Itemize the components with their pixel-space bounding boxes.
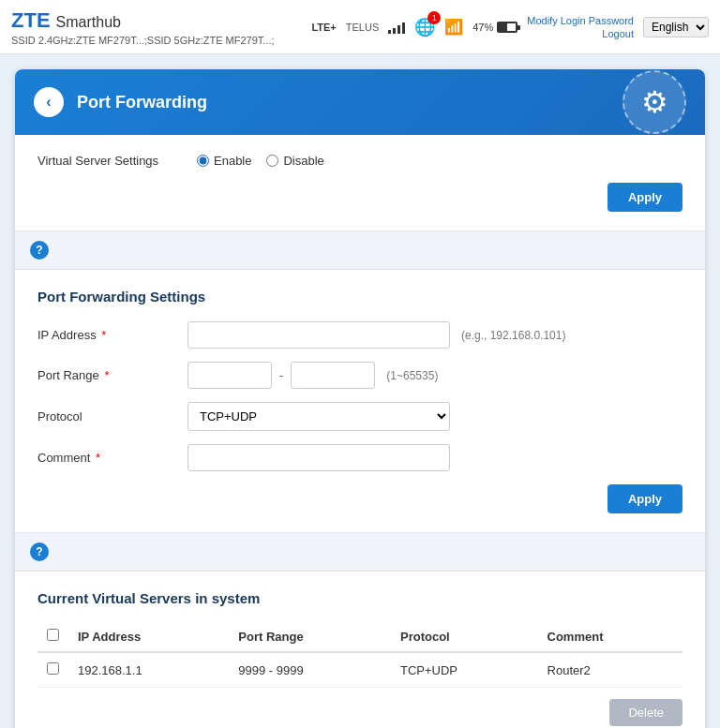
ip-label: IP Address * xyxy=(38,328,188,342)
carrier-label: TELUS xyxy=(346,22,379,33)
ip-address-row: IP Address * (e.g., 192.168.0.101) xyxy=(38,321,682,349)
language-select[interactable]: English xyxy=(643,17,709,37)
ip-required-star: * xyxy=(101,328,106,342)
wifi-icon: 📶 xyxy=(444,18,463,36)
protocol-label: Protocol xyxy=(38,409,188,423)
battery-icon xyxy=(497,22,518,33)
row-port-range: 9999 - 9999 xyxy=(229,652,391,688)
pf-settings-section: Port Forwarding Settings IP Address * (e… xyxy=(15,270,705,533)
back-button[interactable]: ‹ xyxy=(34,87,64,117)
virtual-server-row: Virtual Server Settings Enable Disable xyxy=(38,154,682,168)
ip-input[interactable] xyxy=(188,321,450,349)
col-port-range: Port Range xyxy=(229,621,391,652)
protocol-select[interactable]: TCP+UDP TCP UDP xyxy=(188,402,450,431)
port-dash: - xyxy=(279,368,283,382)
page-title: Port Forwarding xyxy=(77,93,207,112)
top-bar-right: LTE+ TELUS 🌐 1 📶 47% Modify Login Passwo… xyxy=(311,15,709,39)
table-row: 192.168.1.1 9999 - 9999 TCP+UDP Router2 xyxy=(38,652,682,688)
disable-radio[interactable] xyxy=(266,155,278,167)
help-bar-2: ? xyxy=(15,533,705,572)
select-all-checkbox[interactable] xyxy=(47,629,59,641)
disable-label: Disable xyxy=(283,154,323,168)
smarthub-label: Smarthub xyxy=(56,14,121,31)
apply-button-1[interactable]: Apply xyxy=(608,183,682,212)
row-ip-address: 192.168.1.1 xyxy=(68,652,229,688)
brand-section: ZTE Smarthub SSID 2.4GHz:ZTE MF279T...;S… xyxy=(11,8,275,46)
zte-logo: ZTE xyxy=(11,8,51,33)
page-header: ‹ Port Forwarding ⚙ xyxy=(15,69,705,135)
protocol-row: Protocol TCP+UDP TCP UDP xyxy=(38,402,682,431)
comment-row: Comment * xyxy=(38,444,682,471)
lte-badge: LTE+ xyxy=(311,22,336,33)
enable-label: Enable xyxy=(214,154,251,168)
notification-wrap: 🌐 1 xyxy=(414,17,435,37)
comment-input[interactable] xyxy=(188,444,450,471)
ip-hint: (e.g., 192.168.0.101) xyxy=(461,329,565,342)
main-content: ‹ Port Forwarding ⚙ Virtual Server Setti… xyxy=(0,54,720,728)
battery-group: 47% xyxy=(472,22,518,33)
port-hint: (1~65535) xyxy=(386,369,438,382)
battery-percent: 47% xyxy=(472,22,493,33)
cvs-table: IP Address Port Range Protocol Comment 1… xyxy=(38,621,682,688)
row-checkbox-cell xyxy=(38,652,68,688)
logout-link[interactable]: Logout xyxy=(602,28,634,39)
delete-button[interactable]: Delete xyxy=(609,699,682,726)
virtual-server-label: Virtual Server Settings xyxy=(38,154,178,168)
apply-row-1: Apply xyxy=(38,183,682,212)
pf-settings-title: Port Forwarding Settings xyxy=(38,289,682,305)
gear-circle: ⚙ xyxy=(622,70,686,134)
apply-row-2: Apply xyxy=(38,484,682,513)
port-required-star: * xyxy=(104,368,109,382)
port-end-input[interactable] xyxy=(291,362,375,389)
row-comment: Router2 xyxy=(538,652,682,688)
comment-required-star: * xyxy=(96,451,100,465)
table-header-row: IP Address Port Range Protocol Comment xyxy=(38,621,682,652)
virtual-server-section: Virtual Server Settings Enable Disable A… xyxy=(15,135,705,231)
port-range-row: Port Range * - (1~65535) xyxy=(38,362,682,389)
col-checkbox xyxy=(38,621,68,652)
row-protocol: TCP+UDP xyxy=(391,652,538,688)
top-bar: ZTE Smarthub SSID 2.4GHz:ZTE MF279T...;S… xyxy=(0,0,720,54)
disable-option[interactable]: Disable xyxy=(266,154,323,168)
help-icon-1: ? xyxy=(30,241,49,260)
port-range-label: Port Range * xyxy=(38,368,188,382)
enable-option[interactable]: Enable xyxy=(197,154,251,168)
modify-login-link[interactable]: Modify Login Password xyxy=(527,15,634,26)
apply-button-2[interactable]: Apply xyxy=(608,484,682,513)
port-start-input[interactable] xyxy=(188,362,272,389)
col-protocol: Protocol xyxy=(391,621,538,652)
radio-group: Enable Disable xyxy=(197,154,324,168)
help-icon-2: ? xyxy=(30,542,49,561)
cvs-title: Current Virtual Servers in system xyxy=(38,590,682,606)
enable-radio[interactable] xyxy=(197,155,209,167)
ssid-info: SSID 2.4GHz:ZTE MF279T...;SSID 5GHz:ZTE … xyxy=(11,35,275,46)
brand-name: ZTE Smarthub xyxy=(11,8,275,33)
signal-bars xyxy=(388,21,405,34)
current-virtual-servers-section: Current Virtual Servers in system IP Add… xyxy=(15,572,705,728)
delete-row: Delete xyxy=(38,699,682,726)
row-checkbox[interactable] xyxy=(47,662,59,675)
gear-icon: ⚙ xyxy=(641,84,668,120)
col-comment: Comment xyxy=(538,621,682,652)
help-bar-1: ? xyxy=(15,231,705,270)
notification-badge: 1 xyxy=(428,11,441,24)
col-ip-address: IP Address xyxy=(68,621,229,652)
top-links: Modify Login Password Logout xyxy=(527,15,634,39)
comment-label: Comment * xyxy=(38,451,188,465)
page-card: ‹ Port Forwarding ⚙ Virtual Server Setti… xyxy=(15,69,705,728)
